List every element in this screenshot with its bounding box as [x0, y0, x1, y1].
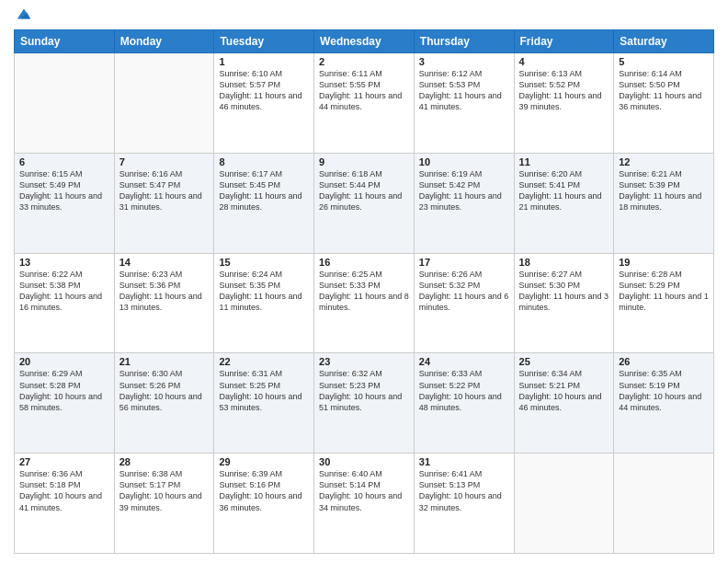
sunset-text: Sunset: 5:44 PM	[319, 179, 409, 190]
sunrise-text: Sunrise: 6:35 AM	[619, 368, 709, 379]
logo-icon	[16, 6, 32, 22]
cell-info: Sunrise: 6:36 AMSunset: 5:18 PMDaylight:…	[19, 468, 109, 513]
calendar-cell	[114, 53, 214, 154]
sunset-text: Sunset: 5:29 PM	[619, 280, 709, 291]
calendar-cell: 1Sunrise: 6:10 AMSunset: 5:57 PMDaylight…	[214, 53, 314, 154]
sunrise-text: Sunrise: 6:26 AM	[419, 269, 509, 280]
day-number: 28	[119, 456, 210, 467]
day-number: 17	[419, 257, 509, 268]
sunset-text: Sunset: 5:26 PM	[119, 380, 210, 391]
sunrise-text: Sunrise: 6:41 AM	[419, 468, 509, 479]
daylight-text: Daylight: 10 hours and 41 minutes.	[19, 490, 109, 512]
day-number: 2	[319, 56, 409, 67]
calendar-week-row: 1Sunrise: 6:10 AMSunset: 5:57 PMDaylight…	[15, 53, 714, 154]
cell-info: Sunrise: 6:22 AMSunset: 5:38 PMDaylight:…	[19, 269, 109, 314]
calendar-weekday-wednesday: Wednesday	[314, 30, 415, 53]
day-number: 8	[219, 156, 309, 167]
sunrise-text: Sunrise: 6:40 AM	[319, 468, 409, 479]
day-number: 5	[619, 56, 709, 67]
day-number: 19	[619, 257, 709, 268]
calendar-cell: 19Sunrise: 6:28 AMSunset: 5:29 PMDayligh…	[614, 253, 714, 353]
calendar-cell: 31Sunrise: 6:41 AMSunset: 5:13 PMDayligh…	[414, 454, 514, 554]
day-number: 10	[419, 156, 509, 167]
calendar-cell: 14Sunrise: 6:23 AMSunset: 5:36 PMDayligh…	[114, 253, 214, 353]
calendar-cell: 6Sunrise: 6:15 AMSunset: 5:49 PMDaylight…	[15, 153, 115, 253]
sunrise-text: Sunrise: 6:21 AM	[619, 168, 709, 179]
calendar-cell: 9Sunrise: 6:18 AMSunset: 5:44 PMDaylight…	[314, 153, 415, 253]
daylight-text: Daylight: 10 hours and 56 minutes.	[119, 391, 210, 413]
cell-info: Sunrise: 6:15 AMSunset: 5:49 PMDaylight:…	[19, 168, 109, 213]
sunrise-text: Sunrise: 6:15 AM	[19, 168, 109, 179]
cell-info: Sunrise: 6:21 AMSunset: 5:39 PMDaylight:…	[619, 168, 709, 213]
calendar-weekday-tuesday: Tuesday	[214, 30, 314, 53]
daylight-text: Daylight: 10 hours and 39 minutes.	[119, 490, 210, 512]
daylight-text: Daylight: 10 hours and 44 minutes.	[619, 391, 709, 413]
sunset-text: Sunset: 5:33 PM	[319, 280, 409, 291]
sunrise-text: Sunrise: 6:34 AM	[519, 368, 609, 379]
daylight-text: Daylight: 11 hours and 11 minutes.	[219, 291, 309, 313]
sunrise-text: Sunrise: 6:27 AM	[519, 269, 609, 280]
sunrise-text: Sunrise: 6:28 AM	[619, 269, 709, 280]
calendar-cell: 29Sunrise: 6:39 AMSunset: 5:16 PMDayligh…	[214, 454, 314, 554]
sunset-text: Sunset: 5:42 PM	[419, 179, 509, 190]
calendar-cell: 15Sunrise: 6:24 AMSunset: 5:35 PMDayligh…	[214, 253, 314, 353]
sunrise-text: Sunrise: 6:30 AM	[119, 368, 210, 379]
calendar-cell: 17Sunrise: 6:26 AMSunset: 5:32 PMDayligh…	[414, 253, 514, 353]
cell-info: Sunrise: 6:25 AMSunset: 5:33 PMDaylight:…	[319, 269, 409, 314]
calendar-cell: 28Sunrise: 6:38 AMSunset: 5:17 PMDayligh…	[114, 454, 214, 554]
cell-info: Sunrise: 6:29 AMSunset: 5:28 PMDaylight:…	[19, 368, 109, 413]
sunset-text: Sunset: 5:19 PM	[619, 380, 709, 391]
calendar-weekday-sunday: Sunday	[15, 30, 115, 53]
day-number: 12	[619, 156, 709, 167]
cell-info: Sunrise: 6:32 AMSunset: 5:23 PMDaylight:…	[319, 368, 409, 413]
cell-info: Sunrise: 6:28 AMSunset: 5:29 PMDaylight:…	[619, 269, 709, 314]
sunrise-text: Sunrise: 6:17 AM	[219, 168, 309, 179]
sunset-text: Sunset: 5:38 PM	[19, 280, 109, 291]
daylight-text: Daylight: 11 hours and 16 minutes.	[19, 291, 109, 313]
sunrise-text: Sunrise: 6:22 AM	[19, 269, 109, 280]
sunset-text: Sunset: 5:13 PM	[419, 479, 509, 490]
daylight-text: Daylight: 11 hours and 39 minutes.	[519, 90, 609, 112]
daylight-text: Daylight: 10 hours and 46 minutes.	[519, 391, 609, 413]
calendar-cell: 22Sunrise: 6:31 AMSunset: 5:25 PMDayligh…	[214, 353, 314, 454]
day-number: 13	[19, 257, 109, 268]
sunset-text: Sunset: 5:32 PM	[419, 280, 509, 291]
daylight-text: Daylight: 11 hours and 44 minutes.	[319, 90, 409, 112]
sunset-text: Sunset: 5:22 PM	[419, 380, 509, 391]
daylight-text: Daylight: 11 hours and 23 minutes.	[419, 190, 509, 213]
day-number: 22	[219, 356, 309, 367]
sunset-text: Sunset: 5:18 PM	[19, 479, 109, 490]
cell-info: Sunrise: 6:41 AMSunset: 5:13 PMDaylight:…	[419, 468, 509, 513]
calendar-cell: 21Sunrise: 6:30 AMSunset: 5:26 PMDayligh…	[114, 353, 214, 454]
calendar-cell: 26Sunrise: 6:35 AMSunset: 5:19 PMDayligh…	[614, 353, 714, 454]
daylight-text: Daylight: 11 hours and 33 minutes.	[19, 190, 109, 213]
sunrise-text: Sunrise: 6:25 AM	[319, 269, 409, 280]
calendar-week-row: 6Sunrise: 6:15 AMSunset: 5:49 PMDaylight…	[15, 153, 714, 253]
daylight-text: Daylight: 11 hours and 26 minutes.	[319, 190, 409, 213]
day-number: 26	[619, 356, 709, 367]
sunset-text: Sunset: 5:49 PM	[19, 179, 109, 190]
calendar-cell: 16Sunrise: 6:25 AMSunset: 5:33 PMDayligh…	[314, 253, 415, 353]
sunrise-text: Sunrise: 6:33 AM	[419, 368, 509, 379]
cell-info: Sunrise: 6:24 AMSunset: 5:35 PMDaylight:…	[219, 269, 309, 314]
calendar-weekday-friday: Friday	[514, 30, 614, 53]
calendar-week-row: 20Sunrise: 6:29 AMSunset: 5:28 PMDayligh…	[15, 353, 714, 454]
cell-info: Sunrise: 6:12 AMSunset: 5:53 PMDaylight:…	[419, 68, 509, 113]
day-number: 4	[519, 56, 609, 67]
day-number: 14	[119, 257, 210, 268]
daylight-text: Daylight: 11 hours and 6 minutes.	[419, 291, 509, 313]
calendar-cell: 2Sunrise: 6:11 AMSunset: 5:55 PMDaylight…	[314, 53, 415, 154]
calendar-weekday-thursday: Thursday	[414, 30, 514, 53]
sunrise-text: Sunrise: 6:23 AM	[119, 269, 210, 280]
sunset-text: Sunset: 5:53 PM	[419, 79, 509, 90]
cell-info: Sunrise: 6:34 AMSunset: 5:21 PMDaylight:…	[519, 368, 609, 413]
calendar-cell	[514, 454, 614, 554]
cell-info: Sunrise: 6:13 AMSunset: 5:52 PMDaylight:…	[519, 68, 609, 113]
day-number: 18	[519, 257, 609, 268]
header	[14, 9, 714, 22]
day-number: 7	[119, 156, 210, 167]
daylight-text: Daylight: 11 hours and 28 minutes.	[219, 190, 309, 213]
cell-info: Sunrise: 6:20 AMSunset: 5:41 PMDaylight:…	[519, 168, 609, 213]
calendar-cell	[614, 454, 714, 554]
cell-info: Sunrise: 6:17 AMSunset: 5:45 PMDaylight:…	[219, 168, 309, 213]
